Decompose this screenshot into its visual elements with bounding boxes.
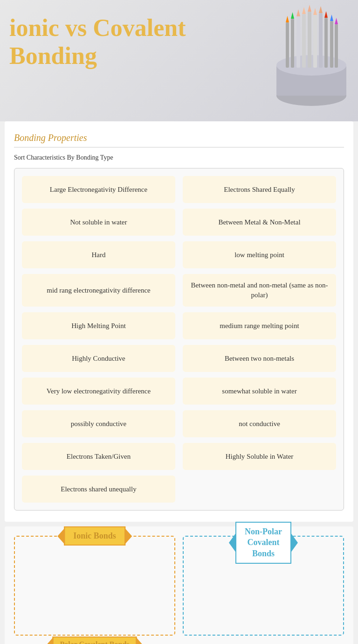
page-title: ionic vs Covalent Bonding bbox=[9, 14, 224, 70]
section-divider bbox=[14, 147, 344, 147]
svg-rect-21 bbox=[335, 24, 338, 68]
covalent-bonds-inner bbox=[184, 555, 343, 635]
svg-rect-19 bbox=[286, 22, 289, 68]
header: ionic vs Covalent Bonding bbox=[0, 0, 358, 121]
drop-zones-section: Ionic Bonds Non-Polar Covalent Bonds Pol… bbox=[5, 526, 353, 644]
card-somewhat-soluble[interactable]: somewhat soluble in water bbox=[183, 378, 336, 405]
svg-marker-12 bbox=[296, 9, 300, 16]
card-mid-range-electronegativity[interactable]: mid rang electronegativity difference bbox=[22, 274, 175, 307]
svg-rect-3 bbox=[302, 14, 306, 68]
svg-marker-14 bbox=[291, 12, 294, 19]
card-between-two-nonmetals[interactable]: Between two non-metals bbox=[183, 345, 336, 372]
ionic-bonds-inner bbox=[15, 555, 174, 635]
sort-row-9: Electrons Taken/Given Highly Soluble in … bbox=[22, 443, 336, 470]
svg-marker-6 bbox=[308, 5, 311, 12]
svg-rect-11 bbox=[296, 16, 300, 68]
sort-grid: Large Electronegativity Difference Elect… bbox=[14, 168, 344, 511]
svg-marker-20 bbox=[286, 16, 289, 22]
svg-marker-10 bbox=[319, 6, 323, 13]
main-card: Bonding Properties Sort Characteristics … bbox=[5, 121, 353, 522]
pencil-cup-illustration bbox=[260, 5, 358, 117]
covalent-bonds-drop-zone[interactable]: Non-Polar Covalent Bonds bbox=[183, 536, 344, 636]
svg-marker-4 bbox=[302, 7, 306, 14]
card-possibly-conductive[interactable]: possibly conductive bbox=[22, 410, 175, 437]
sort-row-5: High Melting Point medium range melting … bbox=[22, 312, 336, 339]
sort-label: Sort Characteristics By Bonding Type bbox=[14, 154, 344, 161]
svg-rect-7 bbox=[313, 15, 317, 68]
svg-marker-22 bbox=[335, 18, 338, 24]
ionic-bonds-banner: Ionic Bonds bbox=[64, 526, 125, 546]
card-between-metal-nonmetal[interactable]: Between Metal & Non-Metal bbox=[183, 209, 336, 236]
card-electrons-shared-unequally[interactable]: Electrons shared unequally bbox=[22, 476, 175, 503]
svg-rect-5 bbox=[308, 12, 311, 68]
card-very-low-electronegativity[interactable]: Very low electronegativity difference bbox=[22, 378, 175, 405]
sort-row-2: Not soluble in water Between Metal & Non… bbox=[22, 209, 336, 236]
card-low-melting-point[interactable]: low melting point bbox=[183, 241, 336, 268]
svg-marker-18 bbox=[330, 14, 333, 21]
svg-marker-8 bbox=[313, 8, 317, 15]
card-highly-conductive[interactable]: Highly Conductive bbox=[22, 345, 175, 372]
svg-rect-13 bbox=[291, 19, 294, 68]
card-hard[interactable]: Hard bbox=[22, 241, 175, 268]
svg-marker-16 bbox=[324, 11, 328, 18]
sort-row-6: Highly Conductive Between two non-metals bbox=[22, 345, 336, 372]
polar-covalent-banner: Polar Covalent Bonds bbox=[52, 637, 137, 644]
card-electrons-taken-given[interactable]: Electrons Taken/Given bbox=[22, 443, 175, 470]
sort-row-7: Very low electronegativity difference so… bbox=[22, 378, 336, 405]
card-high-melting-point[interactable]: High Melting Point bbox=[22, 312, 175, 339]
card-highly-soluble[interactable]: Highly Soluble in Water bbox=[183, 443, 336, 470]
section-title: Bonding Properties bbox=[14, 133, 344, 143]
card-electrons-shared-equally[interactable]: Electrons Shared Equally bbox=[183, 176, 336, 203]
sort-row-1: Large Electronegativity Difference Elect… bbox=[22, 176, 336, 203]
sort-row-3: Hard low melting point bbox=[22, 241, 336, 268]
sort-row-10: Electrons shared unequally bbox=[22, 476, 336, 503]
ionic-bonds-drop-zone[interactable]: Ionic Bonds bbox=[14, 536, 175, 636]
card-medium-range-melting-point[interactable]: medium range melting point bbox=[183, 312, 336, 339]
card-not-soluble[interactable]: Not soluble in water bbox=[22, 209, 175, 236]
covalent-bonds-banner: Non-Polar Covalent Bonds bbox=[235, 522, 291, 564]
svg-rect-15 bbox=[324, 18, 328, 68]
card-between-nonmetal-nonmetal[interactable]: Between non-metal and non-metal (same as… bbox=[183, 274, 336, 307]
sort-row-8: possibly conductive not conductive bbox=[22, 410, 336, 437]
card-large-electronegativity[interactable]: Large Electronegativity Difference bbox=[22, 176, 175, 203]
sort-row-4: mid rang electronegativity difference Be… bbox=[22, 274, 336, 307]
drop-zones-row: Ionic Bonds Non-Polar Covalent Bonds bbox=[14, 536, 344, 636]
card-not-conductive[interactable]: not conductive bbox=[183, 410, 336, 437]
svg-rect-9 bbox=[319, 13, 323, 68]
svg-rect-17 bbox=[330, 21, 333, 68]
